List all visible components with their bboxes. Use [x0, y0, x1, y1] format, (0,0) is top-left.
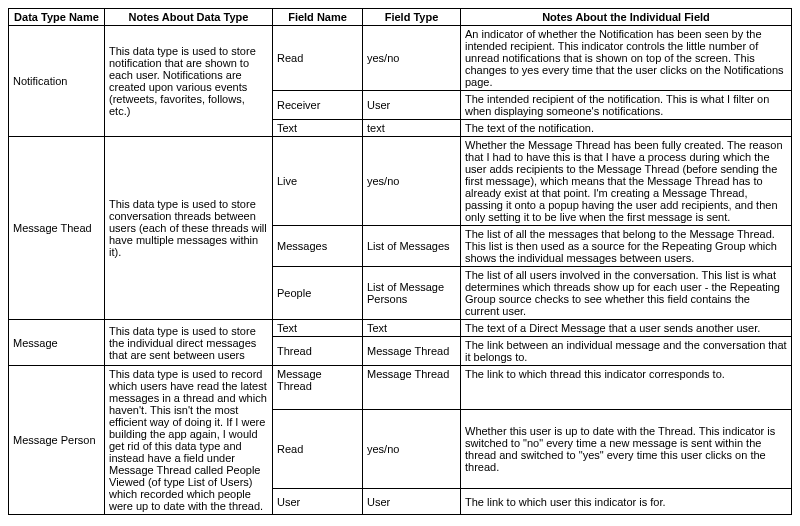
table-row: Message Thead This data type is used to …	[9, 137, 792, 226]
field-notes: The link to which user this indicator is…	[461, 489, 792, 515]
data-dictionary-table: Data Type Name Notes About Data Type Fie…	[8, 8, 792, 515]
col-data-type-name: Data Type Name	[9, 9, 105, 26]
field-name: Text	[273, 120, 363, 137]
dt-name: Message	[9, 320, 105, 366]
field-type: Message Thread	[363, 366, 461, 410]
field-name: Thread	[273, 337, 363, 366]
field-notes: The link between an individual message a…	[461, 337, 792, 366]
field-type: Text	[363, 320, 461, 337]
field-name: People	[273, 267, 363, 320]
field-name: Text	[273, 320, 363, 337]
field-name: Receiver	[273, 91, 363, 120]
field-notes: Whether this user is up to date with the…	[461, 409, 792, 489]
field-type: User	[363, 91, 461, 120]
field-notes: Whether the Message Thread has been full…	[461, 137, 792, 226]
field-type: yes/no	[363, 26, 461, 91]
field-name: User	[273, 489, 363, 515]
field-type: yes/no	[363, 137, 461, 226]
field-name: Message Thread	[273, 366, 363, 410]
field-type: text	[363, 120, 461, 137]
dt-notes: This data type is used to store notifica…	[105, 26, 273, 137]
dt-notes: This data type is used to store conversa…	[105, 137, 273, 320]
header-row: Data Type Name Notes About Data Type Fie…	[9, 9, 792, 26]
col-field-name: Field Name	[273, 9, 363, 26]
field-type: yes/no	[363, 409, 461, 489]
field-notes: The text of a Direct Message that a user…	[461, 320, 792, 337]
dt-name: Notification	[9, 26, 105, 137]
col-data-type-notes: Notes About Data Type	[105, 9, 273, 26]
field-notes: The text of the notification.	[461, 120, 792, 137]
field-type: List of Messages	[363, 226, 461, 267]
field-type: Message Thread	[363, 337, 461, 366]
table-row: Message This data type is used to store …	[9, 320, 792, 337]
table-row: Notification This data type is used to s…	[9, 26, 792, 91]
field-name: Messages	[273, 226, 363, 267]
field-name: Read	[273, 409, 363, 489]
field-name: Read	[273, 26, 363, 91]
col-field-type: Field Type	[363, 9, 461, 26]
field-notes: The intended recipient of the notificati…	[461, 91, 792, 120]
field-notes: The list of all the messages that belong…	[461, 226, 792, 267]
field-notes: The link to which thread this indicator …	[461, 366, 792, 410]
dt-name: Message Thead	[9, 137, 105, 320]
table-row: Message Person This data type is used to…	[9, 366, 792, 410]
field-name: Live	[273, 137, 363, 226]
dt-notes: This data type is used to record which u…	[105, 366, 273, 515]
field-notes: An indicator of whether the Notification…	[461, 26, 792, 91]
field-notes: The list of all users involved in the co…	[461, 267, 792, 320]
dt-notes: This data type is used to store the indi…	[105, 320, 273, 366]
field-type: List of Message Persons	[363, 267, 461, 320]
dt-name: Message Person	[9, 366, 105, 515]
col-field-notes: Notes About the Individual Field	[461, 9, 792, 26]
field-type: User	[363, 489, 461, 515]
